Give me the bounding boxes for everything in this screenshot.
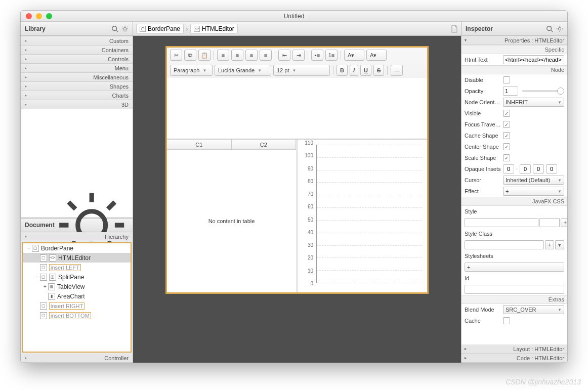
left-column: Library ▸Custom ▸Containers ▸Controls ▸M… [21,22,133,363]
tree-node-insert-right[interactable]: ▢insert RIGHT [23,301,131,311]
window-title: Untitled [21,13,567,20]
node-header: Node [461,65,567,74]
controller-header[interactable]: ▸Controller [21,354,133,363]
hierarchy-header[interactable]: ▾Hierarchy [21,232,133,241]
inset-top[interactable] [503,164,514,174]
styleclass-input[interactable] [465,240,544,249]
blend-combo[interactable]: SRC_OVER▼ [503,305,564,314]
toolbar-row-1: ✂ ⧉ 📋 ≡ ≡ ≡ ≡ ⇤ ⇥ •≡ [167,48,427,63]
indent-button[interactable]: ⇥ [292,50,305,61]
svg-point-0 [112,26,117,30]
app-body: Library ▸Custom ▸Containers ▸Controls ▸M… [21,22,567,363]
gear-icon[interactable] [556,25,563,32]
scale-shape-checkbox[interactable]: ✓ [503,154,510,161]
library-accordion: ▸Custom ▸Containers ▸Controls ▸Menu ▸Mis… [21,36,133,109]
paragraph-combo[interactable]: Paragraph▼ [170,65,213,76]
lib-section-3d[interactable]: ▸3D [21,100,133,109]
tree-node-splitpane[interactable]: −▢◫SplitPane [23,272,131,282]
cut-button[interactable]: ✂ [170,50,182,61]
stylesheets-combo[interactable]: + [465,263,564,272]
hr-button[interactable]: ― [391,65,403,76]
toolbar-row-2: Paragraph▼ Lucida Grande▼ 12 pt▼ B I U S… [167,63,427,78]
lib-section-containers[interactable]: ▸Containers [21,46,133,55]
library-title: Library [25,25,46,32]
opacity-slider[interactable] [522,90,564,92]
id-input[interactable] [465,285,564,294]
visible-checkbox[interactable]: ✓ [503,110,510,117]
breadcrumb-item-borderpane[interactable]: ▢BorderPane [136,24,184,34]
align-center-button[interactable]: ≡ [231,50,243,61]
breadcrumb: ▢BorderPane › <>HTMLEditor [133,22,461,36]
tree-node-borderpane[interactable]: −▢BorderPane [23,243,131,253]
layout-section-header[interactable]: ▸Layout : HTMLEditor [461,344,567,354]
style-input[interactable] [465,218,538,227]
style-add[interactable]: + [561,218,567,227]
effect-combo[interactable]: +▼ [503,187,564,196]
lib-section-menu[interactable]: ▸Menu [21,64,133,73]
specific-header: Specific [461,45,567,54]
center-shape-checkbox[interactable]: ✓ [503,143,510,150]
cache-checkbox[interactable] [503,317,510,324]
strike-button[interactable]: S [373,65,384,76]
font-size-combo[interactable]: 12 pt▼ [273,65,330,76]
lib-section-controls[interactable]: ▸Controls [21,55,133,64]
bullet-list-button[interactable]: •≡ [311,50,323,61]
search-icon[interactable] [546,25,553,32]
align-justify-button[interactable]: ≡ [260,50,272,61]
cache-shape-checkbox[interactable]: ✓ [503,132,510,139]
inspector-scroll: Specific Html Text Node Disable Opacity … [461,45,567,344]
outdent-button[interactable]: ⇤ [278,50,290,61]
lib-section-misc[interactable]: ▸Miscellaneous [21,73,133,82]
table-view[interactable]: C1 C2 No content in table [167,140,298,292]
tree-node-insert-left[interactable]: ▢insert LEFT [23,263,131,272]
document-icon[interactable] [451,25,458,33]
titlebar: Untitled [21,11,567,22]
inset-left[interactable] [546,164,557,174]
gear-icon[interactable] [121,25,129,32]
align-right-button[interactable]: ≡ [245,50,258,61]
bg-color-picker[interactable]: A▾ [366,50,387,61]
col-c1[interactable]: C1 [167,140,232,149]
copy-button[interactable]: ⧉ [184,50,196,61]
number-list-button[interactable]: 1≡ [325,50,338,61]
font-combo[interactable]: Lucida Grande▼ [215,65,271,76]
editor-content[interactable] [167,78,427,139]
center-column: ▢BorderPane › <>HTMLEditor ✂ ⧉ 📋 ≡ ≡ [133,22,461,363]
disable-checkbox[interactable] [503,76,510,83]
svg-point-4 [547,26,552,30]
styleclass-add[interactable]: + [545,240,554,249]
col-c2[interactable]: C2 [232,140,297,149]
tree-node-areachart[interactable]: ▮AreaChart [23,291,131,301]
html-editor: ✂ ⧉ 📋 ≡ ≡ ≡ ≡ ⇤ ⇥ •≡ [167,48,427,139]
inset-right[interactable] [520,164,531,174]
code-section-header[interactable]: ▸Code : HTMLEditor [461,354,567,363]
opacity-input[interactable] [503,86,518,96]
svg-line-1 [116,30,118,32]
tree-node-htmleditor[interactable]: ▢<>HTMLEditor [23,253,131,263]
bold-button[interactable]: B [337,65,348,76]
underline-button[interactable]: U [360,65,371,76]
inset-bottom[interactable] [533,164,544,174]
cursor-combo[interactable]: Inherited (Default)▼ [503,176,564,185]
tree-node-tableview[interactable]: +▦TableView [23,282,131,291]
html-text-input[interactable] [503,55,564,64]
hierarchy-tree: −▢BorderPane▢<>HTMLEditor▢insert LEFT−▢◫… [22,242,132,353]
style-value-input[interactable] [539,218,560,227]
app-window: Untitled Library ▸Custom ▸Containers ▸Co… [20,10,568,363]
area-chart[interactable]: 0102030405060708090100110 [298,140,427,292]
search-icon[interactable] [111,25,118,32]
lib-section-custom[interactable]: ▸Custom [21,36,133,46]
tree-node-insert-bottom[interactable]: ▢insert BOTTOM [23,311,131,320]
breadcrumb-item-htmleditor[interactable]: <>HTMLEditor [190,24,238,34]
align-left-button[interactable]: ≡ [217,50,229,61]
properties-section-header[interactable]: ▾Properties : HTMLEditor [461,36,567,45]
focus-checkbox[interactable]: ✓ [503,121,510,128]
fg-color-picker[interactable]: A▾ [344,50,364,61]
lib-section-shapes[interactable]: ▸Shapes [21,82,133,91]
lib-section-charts[interactable]: ▸Charts [21,91,133,100]
styleclass-menu[interactable]: ▾ [555,240,564,249]
italic-button[interactable]: I [350,65,358,76]
orientation-combo[interactable]: INHERIT▼ [503,98,564,107]
design-canvas[interactable]: ✂ ⧉ 📋 ≡ ≡ ≡ ≡ ⇤ ⇥ •≡ [133,36,461,363]
paste-button[interactable]: 📋 [198,50,211,61]
